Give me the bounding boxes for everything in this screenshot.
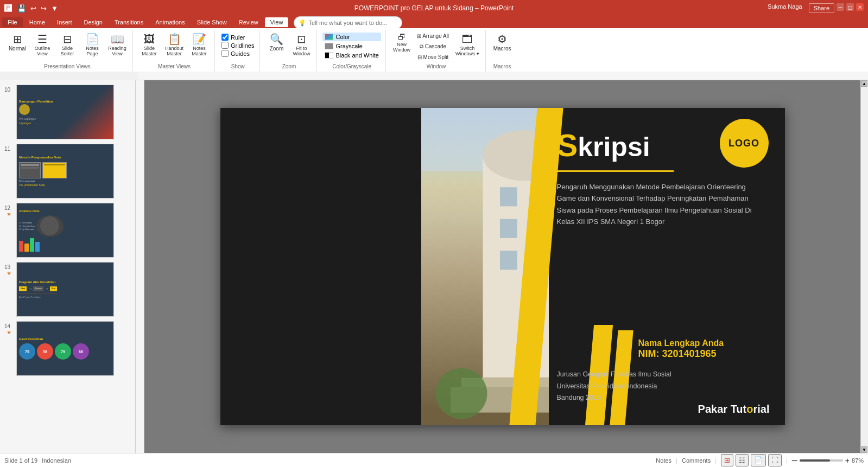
window-group: 🗗 NewWindow ⊞ Arrange All ⧉ Cascade ⊟ Mo… (387, 30, 486, 72)
svg-rect-7 (500, 251, 517, 270)
color-option-bw[interactable]: Black and White (322, 51, 381, 60)
slide-name-line2: NIM: 3201401965 (638, 348, 724, 360)
normal-view-button[interactable]: ⊞ Normal (5, 31, 29, 54)
tab-insert[interactable]: Insert (52, 17, 78, 27)
zoom-icon: 🔍 (270, 34, 283, 44)
master-views-group: 🖼 SlideMaster 📋 HandoutMaster 📝 NotesMas… (134, 30, 215, 72)
tab-view[interactable]: View (265, 17, 289, 27)
move-split-button[interactable]: ⊟ Move Split (414, 53, 452, 62)
slide-number: 11 (4, 146, 13, 152)
ruler-checkbox[interactable]: Ruler (221, 34, 254, 41)
slide-thumbnail[interactable]: Rancangan Penelitian Pro Lapangan Lapang… (16, 85, 114, 139)
cascade-button[interactable]: ⧉ Cascade (414, 42, 452, 52)
show-label: Show (231, 62, 245, 71)
slide-panel: 10 Rancangan Penelitian Pro Lapangan Lap… (0, 80, 136, 453)
scrollbar-up[interactable]: ▲ (861, 80, 867, 87)
slide-thumbnail[interactable]: Hasil Penelitian 75 58 79 88 (16, 321, 114, 376)
outline-view-status-button[interactable]: ☷ (736, 454, 749, 466)
tab-review[interactable]: Review (233, 17, 264, 27)
vertical-scrollbar[interactable]: ▲ ▼ (860, 80, 868, 453)
slide-master-button[interactable]: 🖼 SlideMaster (137, 31, 161, 59)
minimize-button[interactable]: ─ (837, 3, 844, 11)
slide-description: Pengaruh Menggunakan Metode Pembelajaran… (557, 181, 758, 228)
scrollbar-track (861, 87, 868, 446)
undo-qat-button[interactable]: ↩ (29, 4, 37, 12)
save-qat-button[interactable]: 💾 (16, 4, 27, 12)
zoom-buttons: 🔍 Zoom ⊡ Fit toWindow (264, 31, 313, 62)
close-button[interactable]: ✕ (856, 3, 864, 11)
color-option-grayscale[interactable]: Grayscale (322, 42, 381, 50)
switch-windows-button[interactable]: 🗔 SwitchWindows ▾ (453, 31, 482, 59)
slide-logo-circle: LOGO (720, 119, 769, 168)
color-swatch-color (325, 34, 333, 40)
slide-uni-line2: Universitas Pendidikan Indonesia (557, 381, 671, 392)
master-views-label: Master Views (158, 62, 191, 71)
reading-view-button[interactable]: 📖 ReadingView (105, 31, 129, 59)
view-mode-buttons: ⊞ ☷ 📄 ⛶ (721, 454, 782, 466)
normal-view-status-button[interactable]: ⊞ (721, 454, 733, 466)
comments-button[interactable]: Comments (682, 457, 711, 464)
zoom-button[interactable]: 🔍 Zoom (264, 31, 288, 54)
tell-me-box[interactable]: 💡 Tell me what you want to do... (294, 16, 402, 29)
scrollbar-down[interactable]: ▼ (861, 446, 867, 453)
color-swatch-bw (325, 52, 333, 59)
list-item[interactable]: 11 Metode Pengumpulan Data Dokumentasi (0, 142, 135, 201)
star-icon: ★ (7, 270, 11, 276)
color-option-color[interactable]: Color (322, 33, 381, 41)
notes-button[interactable]: Notes (656, 457, 671, 464)
redo-qat-button[interactable]: ↪ (40, 4, 48, 12)
zoom-out-button[interactable]: ─ (792, 456, 797, 465)
zoom-slider[interactable] (800, 459, 843, 462)
tab-home[interactable]: Home (24, 17, 50, 27)
tab-animations[interactable]: Animations (150, 17, 190, 27)
slide-uni-line1: Jurusan Geografi Fakultas Ilmu Sosial (557, 369, 671, 380)
zoom-level: 87% (852, 457, 864, 464)
slide-title-rest: kripsi (578, 133, 650, 161)
list-item[interactable]: 10 Rancangan Penelitian Pro Lapangan Lap… (0, 82, 135, 142)
macros-group: ⚙ Macros Macros (487, 30, 517, 72)
list-item[interactable]: 14 ★ Hasil Penelitian 75 58 79 88 (0, 319, 135, 378)
reading-view-status-button[interactable]: 📄 (751, 454, 766, 466)
slide-desc-text: Pengaruh Menggunakan Metode Pembelajaran… (557, 183, 752, 226)
show-checkboxes: Ruler Gridlines Guides (219, 31, 256, 59)
svg-rect-0 (147, 72, 852, 80)
tab-slideshow[interactable]: Slide Show (192, 17, 232, 27)
slide-title-s: S (557, 130, 578, 161)
svg-rect-3 (500, 187, 517, 206)
notes-page-button[interactable]: 📄 NotesPage (80, 31, 104, 59)
macros-label: Macros (493, 62, 511, 71)
presentation-views-label: Presentation Views (44, 62, 90, 71)
tab-design[interactable]: Design (79, 17, 108, 27)
slide-thumbnail[interactable]: Metode Pengumpulan Data Dokumentasi Tes … (16, 144, 114, 199)
share-button[interactable]: Share (809, 3, 834, 13)
notes-master-button[interactable]: 📝 NotesMaster (187, 31, 211, 59)
slide-number: 14 (4, 323, 13, 329)
new-window-icon: 🗗 (398, 33, 406, 41)
new-window-button[interactable]: 🗗 NewWindow (390, 31, 413, 54)
slide-thumbnail[interactable]: Analisis Data ① Normalitas ② Homogenitas… (16, 203, 114, 258)
zoom-in-button[interactable]: + (845, 456, 850, 465)
fullscreen-status-button[interactable]: ⛶ (768, 454, 782, 466)
star-icon: ★ (7, 329, 11, 335)
star-icon: ★ (7, 211, 11, 217)
tab-file[interactable]: File (2, 17, 23, 27)
color-label: Color/Grayscale (332, 62, 371, 71)
slide-sorter-button[interactable]: ⊟ SlideSorter (55, 31, 79, 59)
gridlines-checkbox[interactable]: Gridlines (221, 42, 254, 49)
slide-sorter-icon: ⊟ (63, 34, 72, 44)
fit-to-window-button[interactable]: ⊡ Fit toWindow (289, 31, 313, 59)
list-item[interactable]: 13 ★ Diagram Alur Penelitian Start → Pro… (0, 260, 135, 319)
handout-master-button[interactable]: 📋 HandoutMaster (162, 31, 186, 59)
tab-transitions[interactable]: Transitions (109, 17, 149, 27)
outline-view-button[interactable]: ☰ OutlineView (30, 31, 54, 59)
zoom-control: ─ + 87% (792, 456, 864, 465)
guides-checkbox[interactable]: Guides (221, 50, 254, 57)
slide-thumbnail[interactable]: Diagram Alur Penelitian Start → Proses →… (16, 262, 114, 317)
arrange-all-button[interactable]: ⊞ Arrange All (414, 31, 452, 41)
tell-me-label: Tell me what you want to do... (308, 20, 387, 26)
list-item[interactable]: 12 ★ Analisis Data ① Normalitas ② Homoge… (0, 201, 135, 260)
customize-qat-button[interactable]: ▼ (50, 4, 59, 12)
title-bar: 🅿 💾 ↩ ↪ ▼ POWERPOINT pro GELAP untuk Sid… (0, 0, 868, 16)
macros-button[interactable]: ⚙ Macros (490, 31, 514, 54)
restore-button[interactable]: ◻ (846, 3, 854, 11)
